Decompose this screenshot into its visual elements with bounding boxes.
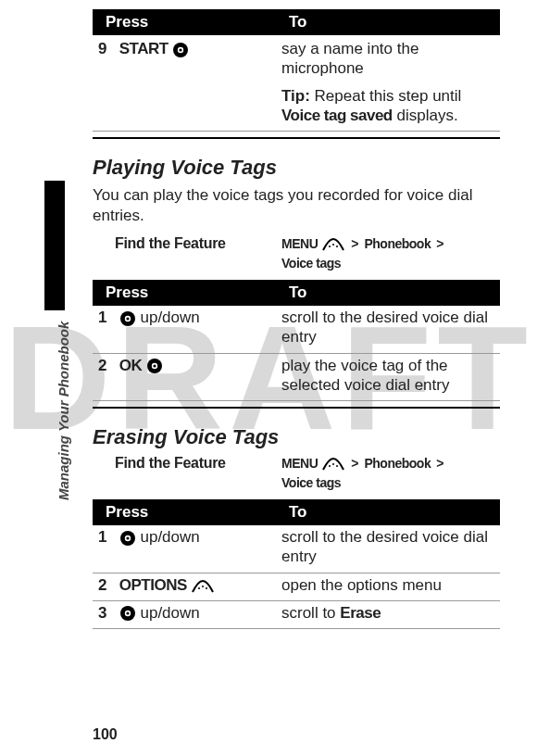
col-press: Press: [93, 280, 276, 306]
svg-point-13: [332, 463, 334, 465]
table-row: Tip: Repeat this step until Voice tag sa…: [93, 84, 500, 132]
round-button-icon: [119, 605, 136, 622]
heading-playing: Playing Voice Tags: [93, 156, 500, 180]
svg-point-4: [332, 244, 334, 246]
step-description-bold: Erase: [340, 604, 381, 622]
table-row: 1 up/down scroll to the desired voice di…: [93, 525, 500, 573]
table-row: 1 up/down scroll to the desired voice di…: [93, 306, 500, 353]
svg-point-2: [180, 48, 182, 51]
step-description: scroll to the desired voice dial entry: [276, 306, 500, 353]
tip-label: Tip:: [281, 87, 310, 105]
top-instruction-table: Press To 9 START say a name into the mic…: [93, 9, 500, 132]
key-label: OK: [119, 357, 143, 374]
svg-point-14: [336, 465, 338, 467]
step-number: 9: [98, 39, 115, 58]
step-number: 2: [98, 575, 115, 595]
key-label: up/down: [140, 604, 199, 622]
step-description: open the options menu: [276, 573, 500, 600]
step-description: say a name into the microphone: [276, 35, 500, 84]
find-feature-label: Find the Feature: [93, 455, 281, 472]
svg-point-11: [153, 365, 156, 368]
table-row: 9 START say a name into the microphone: [93, 35, 500, 84]
path-phonebook: Phonebook: [364, 236, 431, 251]
find-feature-erasing: Find the Feature MENU > Phonebook > Voic…: [93, 455, 500, 490]
path-separator: >: [351, 456, 358, 471]
thumb-tab: [44, 181, 65, 310]
key-label: up/down: [140, 528, 199, 546]
col-to: To: [276, 280, 500, 306]
playing-instruction-table: Press To 1 up/down scroll to the desired…: [93, 280, 500, 401]
table-end-rule: [93, 137, 500, 139]
find-feature-label: Find the Feature: [93, 235, 281, 252]
menu-label: MENU: [281, 456, 318, 471]
key-label: START: [119, 40, 169, 57]
tip-bold: Voice tag saved: [281, 107, 393, 124]
svg-point-3: [329, 246, 331, 247]
table-end-rule: [93, 407, 500, 409]
path-separator: >: [436, 456, 443, 471]
body-playing: You can play the voice tags you recorded…: [93, 185, 500, 226]
side-chapter-label: Managing Your Phonebook: [56, 321, 71, 500]
menu-path: MENU > Phonebook > Voice tags: [281, 455, 500, 490]
tip-text-prefix: Repeat this step until: [310, 87, 461, 105]
step-number: 3: [98, 603, 115, 623]
path-voicetags: Voice tags: [281, 475, 341, 490]
find-feature-playing: Find the Feature MENU > Phonebook > Voic…: [93, 235, 500, 271]
svg-point-20: [206, 587, 207, 589]
round-button-icon: [146, 358, 163, 374]
erasing-instruction-table: Press To 1 up/down scroll to the desired…: [93, 499, 500, 629]
path-voicetags: Voice tags: [281, 256, 341, 271]
col-to: To: [276, 499, 500, 525]
svg-point-12: [329, 465, 331, 467]
heading-erasing: Erasing Voice Tags: [93, 425, 500, 449]
path-separator: >: [351, 236, 358, 251]
round-button-icon: [172, 42, 189, 58]
col-to: To: [276, 9, 500, 35]
key-label: up/down: [140, 309, 199, 326]
svg-point-23: [126, 612, 129, 615]
path-phonebook: Phonebook: [364, 456, 431, 471]
step-number: 2: [98, 356, 115, 375]
step-number: 1: [98, 527, 115, 547]
round-button-icon: [119, 310, 136, 327]
table-row: 2 OK play the voice tag of the selected …: [93, 353, 500, 401]
tip-text-suffix: displays.: [393, 107, 458, 124]
svg-point-17: [126, 536, 129, 539]
round-button-icon: [119, 530, 136, 547]
svg-point-19: [202, 586, 204, 587]
step-description-prefix: scroll to: [281, 604, 340, 622]
softkey-icon: [191, 577, 215, 594]
step-description: play the voice tag of the selected voice…: [276, 353, 500, 401]
table-row: 3 up/down scroll to Erase: [93, 600, 500, 628]
col-press: Press: [93, 499, 276, 525]
col-press: Press: [93, 9, 276, 35]
path-separator: >: [436, 236, 443, 251]
key-label: OPTIONS: [119, 576, 187, 594]
step-number: 1: [98, 308, 115, 327]
table-row: 2 OPTIONS open the options menu: [93, 573, 500, 600]
svg-point-8: [126, 317, 129, 320]
menu-label: MENU: [281, 236, 318, 251]
svg-point-5: [336, 246, 338, 247]
softkey-icon: [321, 235, 345, 252]
menu-path: MENU > Phonebook > Voice tags: [281, 235, 500, 271]
softkey-icon: [321, 455, 345, 472]
svg-point-18: [198, 587, 200, 589]
step-description: scroll to the desired voice dial entry: [276, 525, 500, 573]
page-content: Press To 9 START say a name into the mic…: [0, 0, 537, 756]
